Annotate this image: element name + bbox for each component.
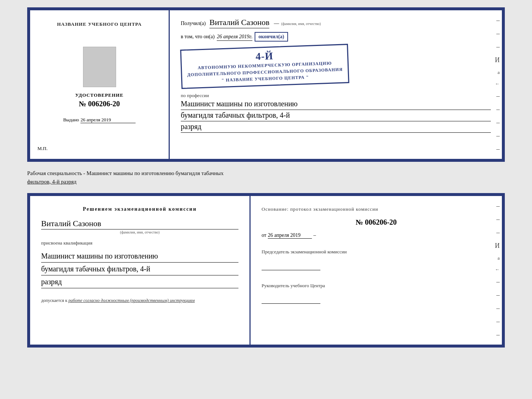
udost-number: № 006206-20 bbox=[75, 100, 123, 108]
stamp-block: 4-й АВТОНОМНУЮ НЕКОММЕРЧЕСКУЮ ОРГАНИЗАЦИ… bbox=[181, 47, 491, 86]
dopusk-label: допускается к bbox=[41, 298, 67, 303]
cert-bottom-right: Основание: протокол экзаменационной коми… bbox=[251, 196, 502, 345]
cert-stamp: 4-й АВТОНОМНУЮ НЕКОММЕРЧЕСКУЮ ОРГАНИЗАЦИ… bbox=[180, 44, 349, 89]
issued-date: 26 апреля 2019 bbox=[80, 117, 136, 123]
profession-label: по профессии bbox=[181, 93, 491, 99]
protocol-num: № 006206-20 bbox=[262, 218, 491, 227]
udost-label: УДОСТОВЕРЕНИЕ bbox=[75, 92, 123, 98]
profession-section: по профессии Машинист машины по изготовл… bbox=[181, 90, 491, 133]
protocol-date: от 26 апреля 2019 – bbox=[262, 232, 491, 239]
cert-label-main: Рабочая специальность - Машинист машины … bbox=[27, 170, 223, 176]
recipient-name: Виталий Сазонов bbox=[209, 18, 269, 28]
vtom-label: в том, что он(а) bbox=[181, 34, 215, 40]
cert-label-underline: фильтров, 4-й разряд bbox=[27, 179, 76, 185]
prisvoena-label: присвоена квалификация bbox=[41, 240, 238, 246]
right-dashes-top: – – – И а ← – – – – – bbox=[495, 10, 502, 159]
cert-top-left: НАЗВАНИЕ УЧЕБНОГО ЦЕНТРА УДОСТОВЕРЕНИЕ №… bbox=[30, 10, 170, 159]
okoncil-label: окончил(а) bbox=[255, 32, 288, 42]
org-name-top: НАЗВАНИЕ УЧЕБНОГО ЦЕНТРА bbox=[57, 21, 142, 27]
chairman-label: Председатель экзаменационной комиссии bbox=[262, 248, 491, 256]
fio-sub: (фамилия, имя, отчество) bbox=[41, 230, 238, 234]
profession-line3: разряд bbox=[181, 121, 491, 133]
ot-dash: – bbox=[313, 232, 316, 238]
cert-bottom-left: Решением экзаменационной комиссии Витали… bbox=[30, 196, 251, 345]
photo-placeholder bbox=[83, 47, 116, 87]
cert-between-label: Рабочая специальность - Машинист машины … bbox=[27, 168, 505, 187]
qual-line1: Машинист машины по изготовлению bbox=[41, 250, 238, 263]
person-block: Виталий Сазонов (фамилия, имя, отчество) bbox=[41, 217, 238, 234]
person-name: Виталий Сазонов bbox=[41, 219, 238, 229]
osnov-label: Основание: протокол экзаменационной коми… bbox=[262, 206, 491, 212]
certificate-bottom: Решением экзаменационной комиссии Витали… bbox=[27, 193, 505, 348]
cert-udost-block: УДОСТОВЕРЕНИЕ № 006206-20 bbox=[75, 92, 123, 108]
qual-block: Машинист машины по изготовлению бумагидл… bbox=[41, 250, 238, 288]
mp-label: М.П. bbox=[37, 146, 47, 152]
dash-after-name: — bbox=[274, 21, 279, 26]
fio-hint-top: (фамилия, имя, отчество) bbox=[281, 22, 321, 26]
vtom-date: 26 апреля 2019г. bbox=[217, 34, 252, 41]
profession-line2: бумагидля табачных фильтров, 4-й bbox=[181, 110, 491, 121]
dopusk-value: работе согласно должностным (производств… bbox=[68, 298, 195, 303]
profession-line1: Машинист машины по изготовлению bbox=[181, 99, 491, 110]
certificate-top: НАЗВАНИЕ УЧЕБНОГО ЦЕНТРА УДОСТОВЕРЕНИЕ №… bbox=[27, 7, 505, 162]
issued-line: Выдано 26 апреля 2019 bbox=[63, 117, 136, 123]
decision-title: Решением экзаменационной комиссии bbox=[41, 206, 238, 212]
chairman-sig-line bbox=[262, 263, 320, 270]
ot-label: от bbox=[262, 232, 266, 238]
rukov-label: Руководитель учебного Центра bbox=[262, 282, 491, 289]
qual-line3: разряд bbox=[41, 276, 238, 288]
vtom-line: в том, что он(а) 26 апреля 2019г. окончи… bbox=[181, 32, 491, 42]
stamp-line3: " НАЗВАНИЕ УЧЕБНОГО ЦЕНТРА " bbox=[222, 75, 309, 83]
dopusk-line: допускается к работе согласно должностны… bbox=[41, 298, 238, 303]
rukov-sig-line bbox=[262, 296, 320, 304]
poluchil-label: Получил(а) bbox=[181, 21, 206, 26]
qual-line2: бумагидля табачных фильтров, 4-й bbox=[41, 263, 238, 275]
cert-top-right: Получил(а) Виталий Сазонов — (фамилия, и… bbox=[170, 10, 502, 159]
recipient-line: Получил(а) Виталий Сазонов — (фамилия, и… bbox=[181, 18, 491, 28]
right-dashes-bottom: – – – И а ← – – – – – bbox=[495, 196, 502, 345]
issued-label: Выдано bbox=[63, 117, 79, 123]
ot-date: 26 апреля 2019 bbox=[268, 232, 312, 239]
